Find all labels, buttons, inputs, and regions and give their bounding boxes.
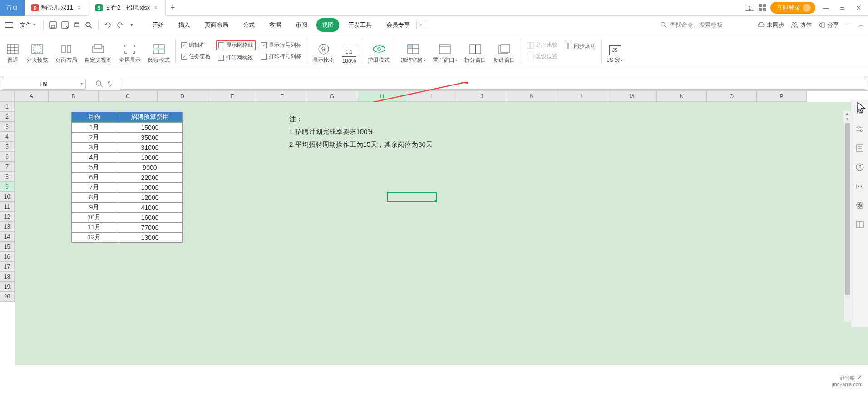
menu-tab-8[interactable]: 会员专享 [381, 18, 415, 32]
row-header[interactable]: 1 [0, 102, 15, 112]
undo-icon[interactable] [103, 20, 113, 30]
view-normal[interactable]: 普通 [3, 36, 23, 66]
row-header[interactable]: 14 [0, 232, 15, 242]
vertical-scrollbar[interactable] [843, 122, 851, 322]
row-header[interactable]: 9 [0, 182, 15, 192]
menu-tab-1[interactable]: 插入 [173, 18, 196, 32]
name-box[interactable]: H9 [2, 79, 86, 90]
print-preview-icon[interactable] [84, 20, 94, 30]
col-header[interactable]: F [257, 91, 307, 102]
minimize-icon[interactable]: — [820, 2, 832, 14]
view-read-mode[interactable]: 阅读模式 [144, 36, 173, 66]
fx-icon[interactable]: fx [108, 80, 112, 88]
select-all-corner[interactable] [0, 91, 15, 102]
row-header[interactable]: 12 [0, 212, 15, 222]
col-header[interactable]: N [657, 91, 707, 102]
row-header[interactable]: 2 [0, 112, 15, 122]
save-icon[interactable] [48, 20, 58, 30]
row-header[interactable]: 4 [0, 132, 15, 142]
view-page-break[interactable]: 分页预览 [23, 36, 52, 66]
view-page-layout[interactable]: 页面布局 [52, 36, 81, 66]
col-header[interactable]: K [507, 91, 557, 102]
menu-tab-3[interactable]: 公式 [237, 18, 260, 32]
col-header[interactable]: G [307, 91, 357, 102]
file-menu[interactable]: 文件 [16, 19, 39, 31]
sync-scroll[interactable]: 同步滚动 [565, 42, 596, 50]
share-button[interactable]: 分享 [818, 21, 839, 29]
col-header[interactable]: B [49, 91, 99, 102]
login-button[interactable]: 立即登录 [770, 2, 815, 14]
check-gridlines[interactable]: 显示网格线 [216, 40, 256, 50]
col-header[interactable]: J [457, 91, 507, 102]
view-custom[interactable]: 自定义视图 [81, 36, 115, 66]
new-window[interactable]: 新建窗口 [490, 36, 519, 66]
cursor-icon[interactable] [855, 105, 864, 114]
check-print-head[interactable]: 打印行号列标 [261, 53, 301, 60]
search-input[interactable]: 查找命令、搜索模板 [661, 21, 751, 29]
tab-doc1[interactable]: D 稻壳儿·双11 × [25, 0, 89, 16]
col-header[interactable]: E [207, 91, 257, 102]
close-icon[interactable]: × [153, 5, 159, 11]
check-editbar[interactable]: ✓编辑栏 [181, 41, 211, 49]
check-taskpane[interactable]: ✓任务窗格 [181, 53, 211, 60]
arrange-windows[interactable]: 重排窗口 ▾ [429, 36, 461, 66]
row-header[interactable]: 6 [0, 152, 15, 162]
row-header[interactable]: 5 [0, 142, 15, 152]
atom-icon[interactable] [855, 201, 864, 210]
check-print-grid[interactable]: 打印网格线 [218, 54, 254, 62]
scroll-split-icon[interactable]: ▲▼ [843, 111, 851, 122]
apps-icon[interactable] [759, 4, 766, 11]
close-icon[interactable]: × [76, 5, 82, 11]
tab-doc2-active[interactable]: S 文件2：招聘.xlsx × [89, 0, 166, 16]
hamburger-icon[interactable] [4, 20, 15, 30]
print-icon[interactable] [72, 20, 82, 30]
row-header[interactable]: 11 [0, 202, 15, 212]
eye-mode[interactable]: 护眼模式 [364, 36, 393, 66]
menu-tab-7[interactable]: 开发工具 [343, 18, 377, 32]
sliders-icon[interactable] [855, 124, 864, 134]
menu-tab-5[interactable]: 审阅 [290, 18, 313, 32]
col-header[interactable]: H [357, 91, 407, 102]
properties-icon[interactable] [855, 144, 864, 153]
col-header[interactable]: C [99, 91, 158, 102]
row-header[interactable]: 8 [0, 172, 15, 182]
menu-tab-4[interactable]: 数据 [264, 18, 286, 32]
col-header[interactable]: A [15, 91, 49, 102]
redo-icon[interactable] [115, 20, 125, 30]
collab-button[interactable]: 协作 [791, 21, 812, 29]
grid-body[interactable]: 月份招聘预算费用 1月150002月350003月310004月190005月9… [15, 102, 868, 365]
check-headings[interactable]: ✓显示行号列标 [261, 41, 301, 49]
row-header[interactable]: 16 [0, 252, 15, 262]
view-fullscreen[interactable]: 全屏显示 [115, 36, 144, 66]
help-icon[interactable]: ? [855, 163, 864, 172]
row-header[interactable]: 17 [0, 262, 15, 272]
zoom-100[interactable]: 1:1 100% [338, 36, 360, 66]
new-tab-button[interactable]: + [166, 3, 179, 13]
row-header[interactable]: 20 [0, 292, 15, 302]
menu-tab-0[interactable]: 开始 [147, 18, 169, 32]
row-header[interactable]: 15 [0, 242, 15, 252]
layout-1-icon[interactable]: 1 [745, 5, 754, 11]
col-header[interactable]: O [707, 91, 757, 102]
col-header[interactable]: M [607, 91, 657, 102]
more-menu-icon[interactable]: › [416, 21, 426, 29]
split-window[interactable]: 拆分窗口 [461, 36, 490, 66]
row-header[interactable]: 3 [0, 122, 15, 132]
maximize-icon[interactable]: ▭ [836, 2, 848, 14]
row-header[interactable]: 10 [0, 192, 15, 202]
chevron-down-icon[interactable]: ▼ [127, 20, 137, 30]
sync-status[interactable]: 未同步 [758, 21, 784, 29]
menu-tab-2[interactable]: 页面布局 [199, 18, 234, 32]
menu-tab-6[interactable]: 视图 [316, 18, 339, 32]
row-header[interactable]: 18 [0, 272, 15, 282]
book-icon[interactable] [855, 220, 864, 229]
row-header[interactable]: 7 [0, 162, 15, 172]
col-header[interactable]: I [407, 91, 457, 102]
close-window-icon[interactable]: ✕ [853, 2, 864, 14]
robot-icon[interactable] [855, 182, 864, 191]
row-header[interactable]: 19 [0, 282, 15, 292]
col-header[interactable]: D [158, 91, 207, 102]
row-header[interactable]: 13 [0, 222, 15, 232]
formula-input[interactable] [120, 79, 866, 90]
save-as-icon[interactable] [60, 20, 70, 30]
